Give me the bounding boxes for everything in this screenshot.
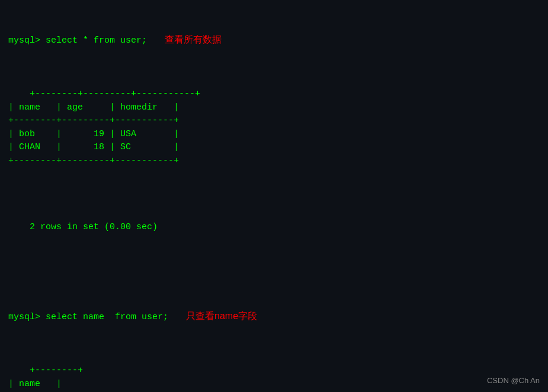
section1-table-content: +--------+---------+-----------+ | name … <box>8 89 200 166</box>
section1-annotation: 查看所有数据 <box>165 33 222 47</box>
watermark-label: CSDN @Ch An <box>487 375 540 387</box>
section1-table: +--------+---------+-----------+ | name … <box>8 75 540 181</box>
section2-command-line: mysql> select name from user; 只查看name字段 <box>8 309 540 324</box>
section1-command: mysql> select * from user; <box>8 34 147 48</box>
terminal-output: mysql> select * from user; 查看所有数据 +-----… <box>8 6 540 392</box>
section2-command: mysql> select name from user; <box>8 311 168 324</box>
section1-result: 2 rows in set (0.00 sec) <box>8 208 540 248</box>
section2-table: +--------+ | name | +--------+ | bob | |… <box>8 351 540 393</box>
section2-table-content: +--------+ | name | +--------+ | bob | |… <box>8 365 83 392</box>
section1-command-line: mysql> select * from user; 查看所有数据 <box>8 33 540 48</box>
section2-annotation: 只查看name字段 <box>186 309 257 323</box>
